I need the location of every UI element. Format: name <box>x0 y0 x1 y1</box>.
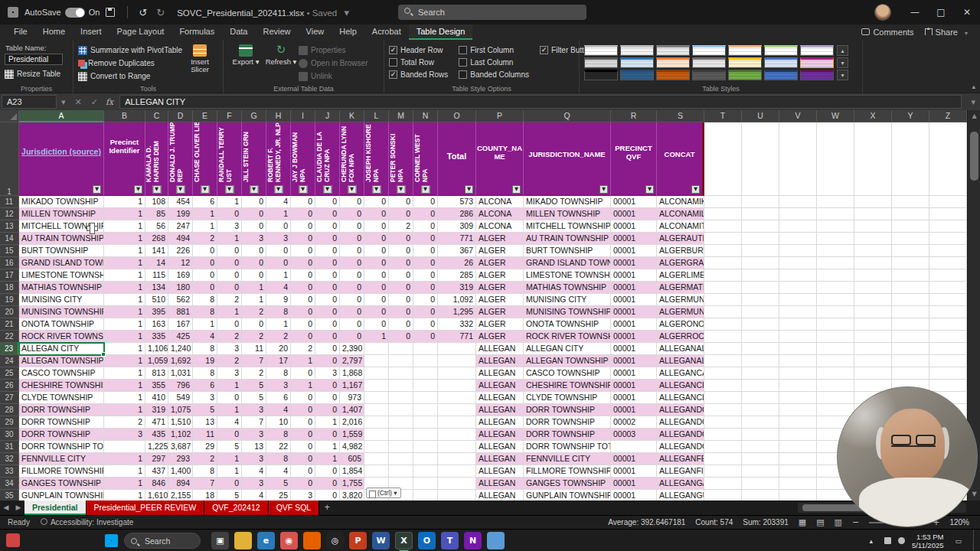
column-header-T[interactable]: T <box>704 110 742 122</box>
cell-U21[interactable] <box>742 318 779 331</box>
cell-P29[interactable]: ALLEGAN <box>476 416 524 429</box>
cell-S11[interactable]: ALCONAMIK <box>657 196 704 208</box>
cell-Y19[interactable] <box>892 294 929 306</box>
cell-P31[interactable]: ALLEGAN <box>476 441 524 453</box>
cell-B18[interactable]: 1 <box>104 282 145 294</box>
taskbar-search-input[interactable]: Search <box>124 533 201 549</box>
cell-K32[interactable]: 605 <box>340 453 364 465</box>
search-input[interactable]: Search <box>398 5 586 20</box>
cell-F13[interactable]: 3 <box>217 220 242 233</box>
cell-M19[interactable]: 0 <box>389 294 413 306</box>
cell-O27[interactable] <box>438 392 476 404</box>
cell-E21[interactable]: 1 <box>193 318 217 331</box>
cell-N22[interactable]: 0 <box>413 331 438 343</box>
cell-A20[interactable]: MUNISING TOWNSHIP <box>19 306 104 318</box>
column-header-B[interactable]: B <box>104 110 145 122</box>
taskbar-icon-obs[interactable]: ◎ <box>326 532 344 549</box>
cell-S29[interactable]: ALLEGANDO <box>657 416 704 429</box>
cell-R30[interactable]: 00003 <box>611 429 657 441</box>
cell-T35[interactable] <box>704 490 742 500</box>
cell-J35[interactable]: 0 <box>315 490 340 500</box>
cell-M24[interactable] <box>389 355 413 367</box>
cell-D22[interactable]: 425 <box>168 331 193 343</box>
column-header-W[interactable]: W <box>817 110 854 122</box>
column-header-F[interactable]: F <box>217 110 242 122</box>
cell-G18[interactable]: 1 <box>242 282 266 294</box>
cell-N32[interactable] <box>413 453 438 465</box>
cell-Q29[interactable]: DORR TOWNSHIP <box>524 416 611 429</box>
autosave-toggle[interactable] <box>65 8 85 18</box>
row-header-12[interactable]: 12 <box>0 208 19 220</box>
row-header-33[interactable]: 33 <box>0 465 19 478</box>
cell-B30[interactable]: 3 <box>104 429 145 441</box>
cell-A16[interactable]: GRAND ISLAND TOWNSHIP <box>19 257 104 269</box>
cell-B26[interactable]: 1 <box>104 380 145 392</box>
cell-E28[interactable]: 5 <box>193 404 217 416</box>
cell-X23[interactable] <box>854 343 892 355</box>
cell-H22[interactable]: 2 <box>266 331 291 343</box>
cell-M14[interactable]: 0 <box>389 233 413 245</box>
cell-M13[interactable]: 2 <box>389 220 413 233</box>
cell-E25[interactable]: 8 <box>193 367 217 380</box>
cell-M22[interactable]: 0 <box>389 331 413 343</box>
cell-V19[interactable] <box>779 294 817 306</box>
cell-U26[interactable] <box>742 380 779 392</box>
cell-M21[interactable]: 0 <box>389 318 413 331</box>
cell-G31[interactable]: 13 <box>242 441 266 453</box>
cell-W13[interactable] <box>817 220 854 233</box>
cell-D26[interactable]: 796 <box>168 380 193 392</box>
cell-F18[interactable]: 0 <box>217 282 242 294</box>
cell-M33[interactable] <box>389 465 413 478</box>
cell-H32[interactable]: 8 <box>266 453 291 465</box>
cell-M16[interactable]: 0 <box>389 257 413 269</box>
cell-Y20[interactable] <box>892 306 929 318</box>
cell-S25[interactable]: ALLEGANCA <box>657 367 704 380</box>
cell-R28[interactable]: 00001 <box>611 404 657 416</box>
table-style-thumbnail[interactable] <box>620 57 654 68</box>
cell-F19[interactable]: 2 <box>217 294 242 306</box>
cell-W16[interactable] <box>817 257 854 269</box>
cell-L24[interactable] <box>364 355 389 367</box>
filter-icon[interactable]: ▼ <box>645 185 654 194</box>
cell-E32[interactable]: 2 <box>193 453 217 465</box>
cell-W22[interactable] <box>817 331 854 343</box>
cell-G30[interactable]: 3 <box>242 429 266 441</box>
table-style-thumbnail[interactable] <box>584 70 618 80</box>
cell-Z12[interactable] <box>929 208 967 220</box>
cell-S33[interactable]: ALLEGANFI <box>657 465 704 478</box>
cell-S12[interactable]: ALCONAMIL <box>657 208 704 220</box>
cell-R11[interactable]: 00001 <box>611 196 657 208</box>
cell-A33[interactable]: FILLMORE TOWNSHIP <box>19 465 104 478</box>
cell-U22[interactable] <box>742 331 779 343</box>
cell-T12[interactable] <box>704 208 742 220</box>
row-header-35[interactable]: 35 <box>0 490 19 500</box>
cell-D13[interactable]: 247 <box>168 220 193 233</box>
cell-N30[interactable] <box>413 429 438 441</box>
cell-F20[interactable]: 1 <box>217 306 242 318</box>
cell-Q34[interactable]: GANGES TOWNSHIP <box>524 478 611 490</box>
cell-Z22[interactable] <box>929 331 967 343</box>
cell-A12[interactable]: MILLEN TOWNSHIP <box>19 208 104 220</box>
cell-V32[interactable] <box>779 453 817 465</box>
cell-H20[interactable]: 8 <box>266 306 291 318</box>
cell-G17[interactable]: 0 <box>242 269 266 282</box>
cell-C29[interactable]: 471 <box>145 416 168 429</box>
cell-L14[interactable]: 0 <box>364 233 389 245</box>
cell-I12[interactable]: 0 <box>291 208 315 220</box>
column-header-U[interactable]: U <box>742 110 779 122</box>
cell-V30[interactable] <box>779 429 817 441</box>
cell-R33[interactable]: 00001 <box>611 465 657 478</box>
column-header-O[interactable]: O <box>438 110 476 122</box>
cell-U35[interactable] <box>742 490 779 500</box>
cell-F15[interactable]: 0 <box>217 245 242 257</box>
cell-E17[interactable]: 0 <box>193 269 217 282</box>
insert-function-icon[interactable]: fx <box>106 97 113 107</box>
cell-D20[interactable]: 881 <box>168 306 193 318</box>
cell-Q27[interactable]: CLYDE TOWNSHIP <box>524 392 611 404</box>
cell-B25[interactable]: 1 <box>104 367 145 380</box>
cell-I15[interactable]: 0 <box>291 245 315 257</box>
cell-L28[interactable] <box>364 404 389 416</box>
cell-I27[interactable]: 0 <box>291 392 315 404</box>
cell-E31[interactable]: 29 <box>193 441 217 453</box>
cell-T23[interactable] <box>704 343 742 355</box>
